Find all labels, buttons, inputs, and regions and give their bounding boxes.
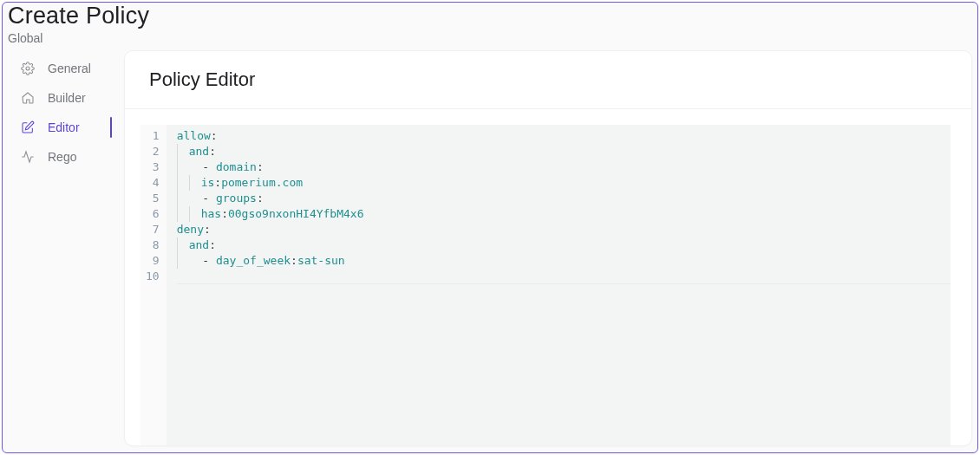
sidebar: General Builder Editor Rego — [3, 50, 124, 446]
line-number: 5 — [146, 191, 160, 206]
gear-icon — [20, 61, 36, 76]
code-editor[interactable]: 12345678910 allow:and: - domain: is: pom… — [140, 125, 951, 445]
edit-icon — [20, 120, 36, 135]
code-area[interactable]: allow:and: - domain: is: pomerium.com - … — [167, 125, 951, 281]
code-line[interactable]: - domain: — [177, 159, 951, 175]
line-number: 4 — [146, 175, 160, 191]
code-line[interactable]: has: 00gso9nxonHI4YfbM4x6 — [177, 206, 951, 222]
sidebar-item-rego[interactable]: Rego — [3, 142, 124, 172]
panel-header: Policy Editor — [125, 51, 971, 109]
page-title: Create Policy — [8, 3, 969, 29]
editor-container: 12345678910 allow:and: - domain: is: pom… — [125, 109, 971, 445]
svg-point-0 — [26, 67, 29, 70]
code-line[interactable]: and: — [177, 144, 951, 159]
line-number: 1 — [146, 128, 160, 144]
activity-icon — [20, 149, 36, 165]
code-line[interactable]: - day_of_week: sat-sun — [177, 253, 951, 269]
code-line[interactable]: deny: — [177, 222, 951, 237]
line-number: 2 — [146, 144, 160, 159]
line-number: 7 — [146, 222, 160, 237]
sidebar-item-label: Builder — [48, 91, 86, 105]
code-line[interactable]: - groups: — [177, 191, 951, 206]
line-number: 9 — [146, 253, 160, 269]
sidebar-item-editor[interactable]: Editor — [3, 113, 124, 142]
sidebar-item-general[interactable]: General — [3, 54, 124, 83]
line-number: 3 — [146, 159, 160, 175]
line-number: 10 — [146, 269, 160, 284]
sidebar-item-builder[interactable]: Builder — [3, 83, 124, 113]
code-line[interactable] — [177, 269, 951, 284]
panel-title: Policy Editor — [149, 68, 947, 91]
sidebar-item-label: Editor — [48, 120, 80, 134]
breadcrumb: Global — [8, 31, 969, 45]
sidebar-item-label: General — [48, 62, 91, 75]
line-number: 8 — [146, 237, 160, 253]
code-line[interactable]: allow: — [177, 128, 951, 144]
sidebar-item-label: Rego — [48, 150, 76, 164]
page-header: Create Policy Global — [3, 3, 977, 50]
code-line[interactable]: is: pomerium.com — [177, 175, 951, 191]
main-panel: Policy Editor 12345678910 allow:and: - d… — [124, 50, 972, 446]
line-number: 6 — [146, 206, 160, 222]
home-icon — [20, 90, 36, 106]
line-gutter: 12345678910 — [140, 125, 167, 445]
app-frame: Create Policy Global General Builder Ed — [2, 2, 978, 453]
code-line[interactable]: and: — [177, 237, 951, 253]
